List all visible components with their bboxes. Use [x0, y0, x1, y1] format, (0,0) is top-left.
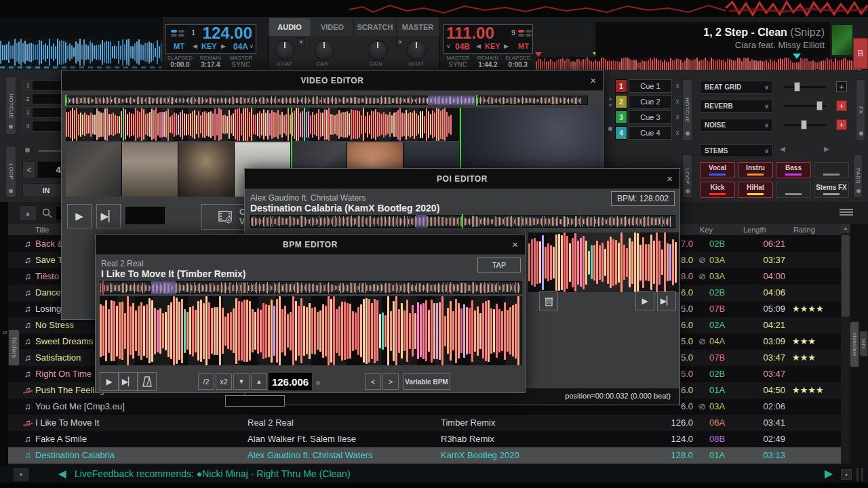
close-icon[interactable]: × [512, 235, 518, 255]
stem-pad-kick[interactable]: Kick [700, 182, 735, 198]
cue-button[interactable]: Cue 1 [629, 79, 672, 93]
cue-delete-icon[interactable]: x [673, 79, 682, 93]
deck-a-mt-button[interactable]: MT [174, 42, 184, 50]
bpm-editor-titlebar[interactable]: BPM EDITOR × [96, 235, 525, 255]
cue-color-badge[interactable]: 1 [615, 79, 627, 93]
stem-pad-empty[interactable] [814, 162, 849, 178]
bpm-down-button[interactable]: ▼ [233, 373, 250, 390]
column-header-title[interactable]: Title [35, 224, 49, 236]
deck-b-stack-icon[interactable] [518, 30, 524, 33]
search-icon[interactable] [42, 208, 53, 219]
cue-button[interactable]: Cue 2 [629, 95, 672, 108]
loop-slider-dot[interactable] [25, 148, 30, 152]
bpm-beat-waveform[interactable] [100, 296, 522, 365]
fx-dropdown-noise[interactable]: NOISE∨ [700, 119, 773, 131]
feedback-back-icon[interactable]: ◀ [58, 468, 66, 480]
deck-b-key-value[interactable]: 04B [455, 42, 470, 52]
loop-panel-dot[interactable] [9, 189, 13, 193]
mixer-tab-scratch[interactable]: SCRATCH [354, 18, 397, 36]
cue-color-badge[interactable]: 3 [615, 110, 627, 124]
bpm-double-button[interactable]: x2 [216, 373, 232, 390]
bpm-play-button[interactable]: ▶ [100, 372, 119, 391]
fx-add-button[interactable]: + [836, 119, 847, 130]
deck-a-stack-icon[interactable] [171, 30, 177, 33]
fx-slider-thumb[interactable] [794, 82, 800, 92]
close-icon[interactable]: × [590, 70, 596, 91]
video-audio-waveform[interactable] [66, 108, 460, 141]
table-row[interactable]: ♫Fake A SmileAlan Walker Ft. Salem Ilese… [8, 431, 841, 447]
mixer-tab-audio[interactable]: AUDIO [269, 18, 311, 36]
mixer-tab-master[interactable]: MASTER [397, 18, 439, 36]
fx-slider[interactable] [784, 86, 826, 88]
chevron-down-icon[interactable]: ∨ [446, 43, 451, 49]
bpm-skip-button[interactable]: ▶▏ [119, 372, 138, 391]
cue-delete-icon[interactable]: x [673, 126, 682, 140]
hihat-knob[interactable] [406, 40, 427, 60]
cue-button[interactable]: Cue 4 [629, 126, 672, 140]
browser-scroll-up-button[interactable]: ▲ [19, 205, 37, 221]
chevron-down-icon[interactable]: ∨ [249, 43, 254, 49]
loop-right-dot[interactable] [686, 189, 690, 193]
scrollbar-up-icon[interactable]: ▲ [841, 224, 850, 233]
fx-dropdown-beat-grid[interactable]: BEAT GRID∨ [700, 81, 773, 94]
playhead-marker-cyan[interactable] [793, 54, 801, 59]
track-list-scrollbar[interactable]: ▲ [841, 224, 850, 464]
cue-color-badge[interactable]: 4 [615, 126, 627, 140]
pads-panel-dot[interactable] [856, 189, 861, 193]
video-time-field[interactable] [125, 207, 165, 224]
knob-assign-dropdown[interactable]: ▾ [396, 38, 404, 46]
bpm-prev-button[interactable]: < [365, 373, 381, 390]
fx-add-button[interactable]: + [836, 81, 847, 92]
close-icon[interactable]: × [667, 169, 673, 189]
video-thumbnail[interactable] [66, 142, 122, 197]
feedback-play-icon[interactable]: ▶ [825, 467, 833, 480]
poi-editor-titlebar[interactable]: POI EDITOR × [245, 169, 679, 189]
fx-slider[interactable] [784, 105, 826, 107]
fx-add-button[interactable]: + [836, 100, 847, 111]
video-thumbnail[interactable] [122, 142, 178, 197]
deck-a-key-value[interactable]: 04A [233, 42, 248, 52]
deck-a-waveform[interactable] [0, 39, 161, 66]
key-right-arrow[interactable]: ▶ [221, 43, 226, 49]
hotcue-marker-red[interactable] [535, 52, 542, 57]
bpm-half-button[interactable]: /2 [198, 373, 214, 390]
deck-a-bpm[interactable]: 124.00 [203, 24, 252, 43]
poi-bpm-badge[interactable]: BPM: 128.002 [611, 191, 675, 206]
scrollbar-thumb[interactable] [842, 235, 850, 317]
table-row[interactable]: ♫Destination CalabriaAlex Gaudino ft. Ch… [8, 447, 841, 464]
variable-bpm-button[interactable]: Variable BPM [403, 373, 450, 390]
bpm-next-button[interactable]: > [382, 373, 399, 390]
tab-sideview[interactable]: sideview [850, 321, 859, 367]
hotcue-right-dot[interactable] [686, 131, 690, 136]
poi-delete-button[interactable] [539, 291, 558, 310]
stem-pad-empty[interactable] [776, 182, 811, 198]
fx-slider-thumb[interactable] [801, 120, 807, 129]
hihat-knob[interactable] [275, 40, 295, 60]
key-left-arrow[interactable]: ◀ [476, 43, 481, 49]
tap-button[interactable]: TAP [477, 258, 521, 272]
bpm-metronome-button[interactable] [138, 372, 157, 391]
stems-next-icon[interactable]: ▶ [824, 145, 829, 152]
cue-button[interactable]: Cue 3 [629, 110, 672, 124]
deck-b-mt-button[interactable]: MT [518, 42, 529, 50]
table-row[interactable]: ♫I Like To Move ItReal 2 RealTimber Remi… [8, 415, 841, 431]
livefeedback-text[interactable]: LiveFeedback recommends: ●Nicki Minaj - … [75, 468, 351, 479]
cue-delete-icon[interactable]: x [673, 95, 682, 108]
column-header-key[interactable]: Key [700, 224, 713, 236]
poi-skip-button[interactable]: ▶▏ [657, 291, 676, 310]
video-thumbnail[interactable] [178, 142, 235, 197]
stem-pad-hihat[interactable]: HiHat [738, 182, 773, 198]
fx-slider[interactable] [784, 124, 826, 126]
gain-knob[interactable] [314, 40, 334, 60]
stem-pad-stems-fx[interactable]: Stems FX [814, 182, 849, 198]
fx-panel-dot[interactable] [859, 131, 863, 136]
cue-scroll-up-icon[interactable]: ▲ [608, 96, 613, 102]
stem-pad-vocal[interactable]: Vocal [700, 162, 735, 178]
knob-assign-dropdown[interactable]: ▾ [297, 38, 305, 46]
tab-info[interactable]: info [859, 331, 868, 357]
stem-pad-instru[interactable]: Instru [738, 162, 773, 178]
mixer-tab-video[interactable]: VIDEO [311, 18, 354, 36]
video-play-button[interactable]: ▶ [67, 204, 92, 228]
tab-folders[interactable]: folders [8, 329, 20, 366]
fx-dropdown-reverb[interactable]: REVERB∨ [700, 100, 773, 113]
